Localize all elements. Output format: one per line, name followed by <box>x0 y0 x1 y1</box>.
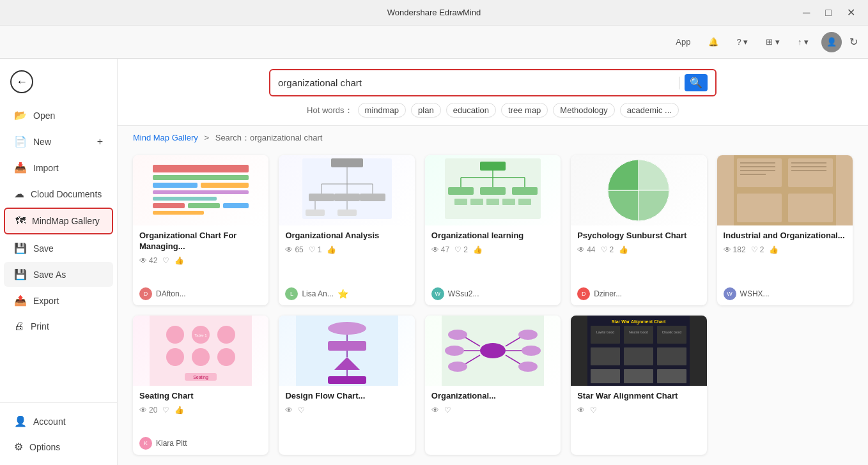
main-layout: ← 📂 Open 📄 New + 📥 Import ☁ Cloud Docume… <box>0 59 868 465</box>
card-stats-7: 👁 ♡ <box>285 406 408 415</box>
svg-rect-0 <box>153 165 249 172</box>
card-body-4: Psychology Sunburst Chart 👁 44 ♡ 2 👍 D D… <box>571 225 706 305</box>
views-4: 👁 44 <box>577 245 595 254</box>
refresh-icon[interactable]: ↻ <box>849 36 858 48</box>
card-title-7: Design Flow Chart... <box>285 391 408 402</box>
gallery-card-seating[interactable]: Table 1 Seating Seating Chart 👁 20 ♡ 👍 K <box>133 316 268 455</box>
svg-rect-38 <box>518 199 531 205</box>
sidebar-item-cloud[interactable]: ☁ Cloud Documents <box>4 181 113 206</box>
hot-tag-treemap[interactable]: tree map <box>501 103 548 118</box>
help-button[interactable]: ? ▾ <box>731 34 753 49</box>
avatar[interactable]: 👤 <box>821 32 842 52</box>
svg-rect-8 <box>223 203 249 208</box>
svg-rect-7 <box>188 203 220 208</box>
gallery-card-org-analysis[interactable]: Organizational Analysis 👁 65 ♡ 1 👍 L Lis… <box>279 155 414 305</box>
gallery-card-psych-sunburst[interactable]: Psychology Psychology Sunburst Chart 👁 4… <box>571 155 706 305</box>
shares-5: 👍 <box>769 245 779 254</box>
content-area: 🔍 Hot words： mindmap plan education tree… <box>118 59 868 465</box>
card-thumbnail-3 <box>425 155 561 225</box>
hot-label: Hot words： <box>307 105 353 116</box>
hot-tag-academic[interactable]: academic ... <box>620 103 679 118</box>
cloud-icon: ☁ <box>14 188 24 200</box>
sidebar-item-account[interactable]: 👤 Account <box>4 409 113 434</box>
hot-tag-education[interactable]: education <box>446 103 496 118</box>
sidebar-item-new[interactable]: 📄 New + <box>4 129 113 154</box>
sidebar: ← 📂 Open 📄 New + 📥 Import ☁ Cloud Docume… <box>0 59 118 465</box>
sidebar-item-options[interactable]: ⚙ Options <box>4 434 113 459</box>
svg-rect-32 <box>480 187 506 195</box>
sidebar-item-export[interactable]: 📤 Export <box>4 288 113 313</box>
gallery-card-design-flow[interactable]: Design Flow Chart... 👁 ♡ <box>279 316 414 455</box>
card-body-7: Design Flow Chart... 👁 ♡ <box>279 386 414 455</box>
gallery-card-org-learning[interactable]: Organizational learning 👁 47 ♡ 2 👍 W WSs… <box>425 155 561 305</box>
sidebar-label-cloud: Cloud Documents <box>31 189 102 199</box>
sidebar-label-save-as: Save As <box>33 270 66 280</box>
sidebar-item-open[interactable]: 📂 Open <box>4 103 113 128</box>
likes-4: ♡ 2 <box>601 245 614 254</box>
maximize-button[interactable]: □ <box>820 4 837 21</box>
author-name-4: Dziner... <box>594 289 622 298</box>
export-icon: 📤 <box>14 294 27 307</box>
svg-rect-94 <box>624 347 653 365</box>
svg-rect-2 <box>153 183 198 188</box>
author-name-3: WSsu2... <box>448 289 479 298</box>
search-input[interactable] <box>278 77 674 88</box>
notification-button[interactable]: 🔔 <box>703 34 724 49</box>
author-avatar-3: W <box>431 287 444 300</box>
likes-1: ♡ <box>162 256 169 265</box>
minimize-button[interactable]: ─ <box>798 4 815 21</box>
svg-text:Lawful Good: Lawful Good <box>596 330 614 334</box>
likes-9: ♡ <box>590 406 597 415</box>
svg-point-85 <box>518 330 538 340</box>
back-button[interactable]: ← <box>0 64 117 100</box>
close-button[interactable]: ✕ <box>842 4 860 21</box>
views-7: 👁 <box>285 406 293 415</box>
sidebar-item-save[interactable]: 💾 Save <box>4 236 113 261</box>
card-author-5: W WSHX... <box>724 287 846 300</box>
save-as-icon: 💾 <box>14 268 27 280</box>
svg-rect-95 <box>657 347 686 365</box>
sidebar-label-gallery: MindMap Gallery <box>32 216 100 226</box>
svg-text:Chaotic Good: Chaotic Good <box>662 330 682 334</box>
gallery-card-star-wars[interactable]: Star War Alignment Chart Lawful Good <box>571 316 706 455</box>
top-toolbar: App 🔔 ? ▾ ⊞ ▾ ↑ ▾ 👤 ↻ <box>0 26 868 59</box>
gallery-card-org-chart-managing[interactable]: Organizational Chart For Managing... 👁 4… <box>133 155 268 305</box>
sidebar-item-mindmap-gallery[interactable]: 🗺 MindMap Gallery <box>4 208 113 234</box>
sidebar-label-options: Options <box>29 442 60 452</box>
views-8: 👁 <box>431 406 439 415</box>
card-stats-1: 👁 42 ♡ 👍 <box>139 256 262 265</box>
import-icon: 📥 <box>14 162 27 174</box>
likes-7: ♡ <box>298 406 305 415</box>
card-thumbnail-6: Table 1 Seating <box>133 316 268 386</box>
likes-8: ♡ <box>444 406 451 415</box>
search-icon: 🔍 <box>690 77 702 89</box>
svg-rect-9 <box>153 211 204 215</box>
sidebar-item-print[interactable]: 🖨 Print <box>4 314 113 339</box>
card-stats-6: 👁 20 ♡ 👍 <box>139 406 262 415</box>
gallery-card-industrial-org[interactable]: Industrial and Organizational... 👁 182 ♡… <box>717 155 853 305</box>
grid-button[interactable]: ⊞ ▾ <box>761 34 785 49</box>
sidebar-item-save-as[interactable]: 💾 Save As <box>4 262 113 287</box>
hot-tag-mindmap[interactable]: mindmap <box>358 103 406 118</box>
views-9: 👁 <box>577 406 585 415</box>
search-button[interactable]: 🔍 <box>685 74 708 91</box>
share-button[interactable]: ↑ ▾ <box>793 34 814 49</box>
open-icon: 📂 <box>14 109 27 121</box>
hot-tag-methodology[interactable]: Methodology <box>553 103 614 118</box>
gallery-card-org2[interactable]: Organizational... 👁 ♡ <box>425 316 561 455</box>
svg-rect-1 <box>153 175 249 180</box>
views-1: 👁 42 <box>139 256 157 265</box>
sidebar-item-import[interactable]: 📥 Import <box>4 155 113 180</box>
card-body-1: Organizational Chart For Managing... 👁 4… <box>133 225 268 305</box>
svg-rect-91 <box>624 326 653 344</box>
card-stats-2: 👁 65 ♡ 1 👍 <box>285 245 408 254</box>
svg-rect-18 <box>334 194 360 201</box>
svg-text:Neutral Good: Neutral Good <box>630 330 649 334</box>
shares-6: 👍 <box>174 406 184 415</box>
card-thumbnail-9: Star War Alignment Chart Lawful Good <box>571 316 706 386</box>
card-thumbnail-1 <box>133 155 268 225</box>
views-5: 👁 182 <box>724 245 746 254</box>
breadcrumb-gallery-link[interactable]: Mind Map Gallery <box>133 133 198 142</box>
hot-tag-plan[interactable]: plan <box>411 103 441 118</box>
app-button[interactable]: App <box>670 34 695 49</box>
